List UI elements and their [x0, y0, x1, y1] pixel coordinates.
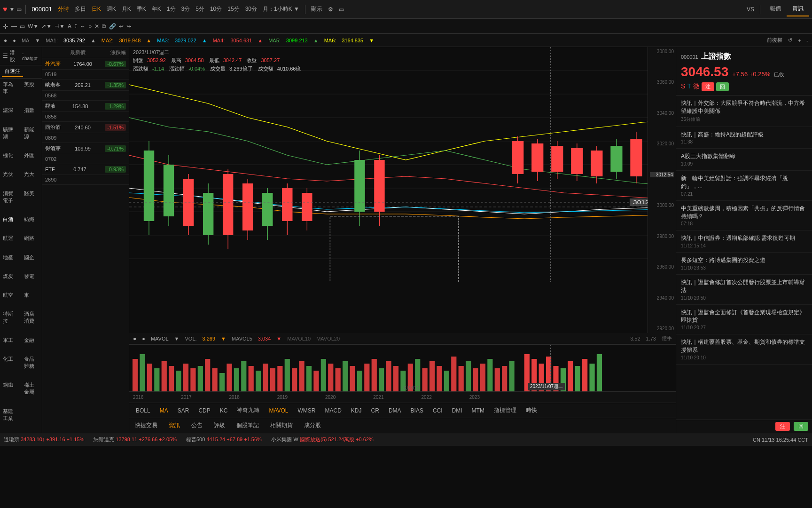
- eraser-icon[interactable]: ✕: [94, 23, 99, 30]
- cat-aviation[interactable]: 航空: [0, 290, 21, 309]
- ind-cdp[interactable]: CDP: [195, 406, 213, 415]
- cat-finance[interactable]: 金融: [21, 335, 42, 354]
- tab-components[interactable]: 成分股: [302, 421, 323, 429]
- ind-cr[interactable]: CR: [368, 406, 382, 415]
- list-item[interactable]: 得酒茅 109.99 -0.71%: [42, 143, 129, 154]
- list-item[interactable]: 外汽茅 1764.00 -0.67%: [42, 58, 129, 70]
- sina-icon[interactable]: S: [681, 82, 685, 91]
- line-icon[interactable]: —: [11, 23, 17, 30]
- tab-quick-trade[interactable]: 快捷交易: [133, 421, 159, 429]
- ind-cci[interactable]: CCI: [430, 406, 445, 415]
- tab-quotes[interactable]: 報價: [764, 2, 787, 16]
- sell-btn[interactable]: 回: [716, 82, 729, 91]
- news-item-10[interactable]: 快訊｜構建覆蓋股票、基金、期貨和債券的標準支援體系 11/10 20:10: [676, 334, 812, 365]
- ind-ma[interactable]: MA: [157, 406, 171, 415]
- ma-selector[interactable]: ▼: [35, 38, 40, 43]
- cat-us[interactable]: 美股: [21, 79, 42, 105]
- cat-steel[interactable]: 鋼鐵: [0, 380, 21, 405]
- undo-icon[interactable]: ↩: [119, 23, 124, 30]
- cat-net[interactable]: 網路: [21, 233, 42, 252]
- quick-sell-btn[interactable]: 回: [794, 422, 808, 431]
- ind-fast[interactable]: 時快: [523, 405, 540, 415]
- measure-icon[interactable]: ↔: [80, 23, 86, 30]
- list-item[interactable]: 0858: [42, 112, 129, 122]
- crosshair-icon[interactable]: ✛: [3, 23, 8, 30]
- list-item[interactable]: 0702: [42, 154, 129, 164]
- ticker-xiaomi[interactable]: 小米集團-W 國際放送(5) 521.24萬股 +0.62%: [271, 436, 374, 443]
- ind-wmsr[interactable]: WMSR: [295, 406, 319, 415]
- cat-power[interactable]: 發電: [21, 271, 42, 290]
- news-item-1[interactable]: 快訊｜外交部：大國競爭不符合時代潮流，中方希望維護中美關係 36分鐘前: [676, 95, 812, 127]
- cat-consumer[interactable]: 消費電子: [0, 189, 21, 214]
- period-1m[interactable]: 1分: [165, 4, 178, 14]
- text-icon[interactable]: A: [68, 23, 71, 30]
- prev-close-btn[interactable]: 前復權: [767, 37, 782, 44]
- cat-hotel[interactable]: 酒店消費: [21, 309, 42, 334]
- quick-buy-btn[interactable]: 注: [775, 422, 790, 431]
- period-yeark[interactable]: 年K: [150, 4, 163, 14]
- period-3m[interactable]: 3分: [180, 4, 192, 14]
- cat-tesla[interactable]: 特斯拉: [0, 309, 21, 334]
- chart-layout-icon[interactable]: ▭: [337, 5, 346, 14]
- tencent-icon[interactable]: T: [687, 82, 691, 91]
- cat-fx[interactable]: 外匯: [21, 151, 42, 169]
- period-10m[interactable]: 10分: [208, 4, 224, 14]
- tab-futures[interactable]: 相關期貨: [268, 421, 295, 429]
- period-multi[interactable]: 多日: [73, 4, 88, 14]
- cat-chem[interactable]: 化工: [0, 354, 21, 380]
- mavol-settings-icon[interactable]: ●: [133, 335, 136, 342]
- period-qk[interactable]: 季K: [135, 4, 148, 14]
- sidebar-tab-watchlist[interactable]: 自選注: [2, 67, 23, 77]
- ticker-sp500[interactable]: 標普500 4415.24 +67.89 +1.56%: [186, 436, 262, 443]
- ticker-dow[interactable]: 道瓊斯 34283.10↑ +391.16 +1.15%: [4, 436, 84, 443]
- list-item[interactable]: 0809: [42, 133, 129, 143]
- cat-guangda[interactable]: 光大: [21, 169, 42, 188]
- weibo-icon[interactable]: 微: [693, 82, 700, 91]
- cat-rare[interactable]: 稀土金屬: [21, 380, 42, 405]
- news-item-4[interactable]: 新一輪中美經貿對話：強調不尋求經濟「脫鉤」，... 07:21: [676, 171, 812, 201]
- display-btn[interactable]: 顯示: [309, 4, 324, 14]
- cat-index[interactable]: 指數: [21, 105, 42, 124]
- list-item[interactable]: 0519: [42, 70, 129, 79]
- stock-code-display[interactable]: 000001: [30, 5, 54, 14]
- ind-kc[interactable]: KC: [217, 406, 231, 415]
- trend-icon[interactable]: ↗▼: [41, 23, 52, 30]
- ind-mtm[interactable]: MTM: [469, 406, 487, 415]
- zoom-out-icon[interactable]: -: [806, 38, 808, 43]
- list-item[interactable]: ETF 0.747 -0.93%: [42, 164, 129, 175]
- cat-huhu[interactable]: 滬深: [0, 105, 21, 124]
- news-item-2[interactable]: 快訊｜高盛：維持A股的超配評級 11:38: [676, 127, 812, 149]
- ticker-nasdaq[interactable]: 納斯達克 13798.11 +276.66 +2.05%: [94, 436, 177, 443]
- ind-dma[interactable]: DMA: [386, 406, 404, 415]
- news-item-7[interactable]: 長多短空：路博邁集團的投資之道 11/10 23:53: [676, 253, 812, 275]
- cat-solar[interactable]: 光伏: [0, 169, 21, 188]
- news-item-5[interactable]: 中美重磅數據周，積極因素「共振」的反彈行情會持續嗎？ 07:18: [676, 201, 812, 231]
- list-item[interactable]: 峨老客 209.21 -1.35%: [42, 79, 129, 91]
- cat-car[interactable]: 車: [21, 290, 42, 309]
- ind-sar[interactable]: SAR: [175, 406, 192, 415]
- tab-news[interactable]: 資訊: [787, 2, 809, 16]
- mavol-selector[interactable]: ▼: [174, 336, 180, 341]
- news-item-8[interactable]: 快訊｜證監會修訂首次公開發行股票並上市輔導辦法 11/10 20:50: [676, 275, 812, 305]
- list-item[interactable]: 2690: [42, 175, 129, 185]
- ma-toggle[interactable]: ●: [13, 38, 16, 43]
- vs-btn[interactable]: VS: [745, 5, 756, 14]
- cat-polarize[interactable]: 極化: [0, 151, 21, 169]
- cat-soe[interactable]: 國企: [21, 253, 42, 271]
- cat-textile[interactable]: 紡織: [21, 214, 42, 233]
- cat-coal[interactable]: 煤炭: [0, 271, 21, 290]
- circle-icon[interactable]: ○: [88, 23, 92, 30]
- zoom-in-icon[interactable]: +: [798, 38, 801, 43]
- ind-dmi[interactable]: DMI: [449, 406, 465, 415]
- settings-icon[interactable]: ⚙: [326, 5, 335, 14]
- period-30m[interactable]: 30分: [243, 4, 259, 14]
- cat-salt[interactable]: 礦鹽湖: [0, 125, 21, 150]
- tab-news-bottom[interactable]: 資訊: [167, 421, 182, 429]
- list-item[interactable]: 0568: [42, 91, 129, 101]
- period-5m[interactable]: 5分: [194, 4, 206, 14]
- restore-icon[interactable]: ↺: [788, 37, 792, 43]
- hline-icon[interactable]: ⊣▼: [55, 23, 65, 30]
- period-15m[interactable]: 15分: [226, 4, 241, 14]
- period-1h[interactable]: 月：1小時K ▼: [261, 4, 301, 14]
- link-icon[interactable]: 🔗: [109, 23, 116, 30]
